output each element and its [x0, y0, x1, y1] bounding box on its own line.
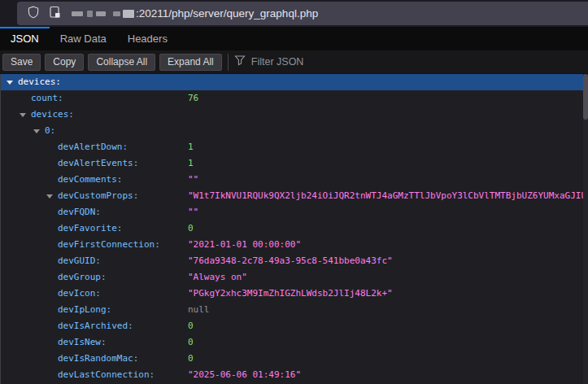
json-value: "W1t7IkNVU1RQUk9QX2ljb24iOiJQR2tnWTJ4aGM…	[188, 188, 588, 204]
json-key: count:	[31, 90, 63, 107]
json-value: 0	[188, 351, 194, 367]
json-value: ""	[188, 204, 198, 220]
tree-row-devisarchived[interactable]: devIsArchived:0	[1, 318, 588, 334]
expander-icon[interactable]	[46, 194, 53, 199]
page-icon[interactable]	[49, 6, 61, 22]
collapse-all-button[interactable]: Collapse All	[88, 54, 155, 71]
tree-row-devices[interactable]: devices:	[1, 74, 588, 90]
tree-row-devices[interactable]: devices:	[1, 107, 588, 123]
tab-headers[interactable]: Headers	[117, 27, 178, 50]
copy-button[interactable]: Copy	[45, 54, 84, 71]
json-key: devComments:	[58, 172, 122, 188]
expander-icon[interactable]	[7, 81, 13, 85]
browser-window: :20211/php/server/query_graphql.php JSON…	[0, 0, 588, 384]
tree-row-count[interactable]: count:76	[1, 90, 588, 107]
json-key: devAlertEvents:	[58, 155, 138, 172]
json-value: 1	[188, 139, 194, 155]
tree-row-devlastconnection[interactable]: devLastConnection:"2025-06-06 01:49:16"	[1, 367, 588, 383]
tree-row-devisrandommac[interactable]: devIsRandomMac:0	[1, 351, 588, 367]
vertical-scrollbar[interactable]	[583, 74, 588, 384]
tree-row-0[interactable]: 0:	[1, 123, 588, 139]
browser-navbar: :20211/php/server/query_graphql.php	[0, 0, 588, 27]
json-key: devIcon:	[58, 286, 101, 302]
json-key: devIpLong:	[58, 302, 111, 318]
json-key: devices:	[18, 74, 61, 90]
tree-row-devicon[interactable]: devIcon:"PGkgY2xhc3M9ImZhIGZhLWdsb2JlIj4…	[1, 286, 588, 302]
tree-row-devcustomprops[interactable]: devCustomProps:"W1t7IkNVU1RQUk9QX2ljb24i…	[1, 188, 588, 204]
json-value: 1	[188, 155, 194, 172]
json-viewer-tabbar: JSON Raw Data Headers	[0, 27, 588, 50]
filter-json-input[interactable]: Filter JSON	[234, 55, 304, 69]
filter-placeholder: Filter JSON	[251, 56, 304, 68]
tree-row-devfirstconnection[interactable]: devFirstConnection:"2021-01-01 00:00:00"	[1, 237, 588, 253]
json-key: 0:	[45, 123, 55, 139]
json-value: "PGkgY2xhc3M9ImZhIGZhLWdsb2JlIj48L2k+"	[188, 286, 393, 302]
json-key: devFirstConnection:	[58, 237, 160, 253]
json-value: 0	[188, 220, 194, 237]
url-text[interactable]: :20211/php/server/query_graphql.php	[136, 7, 318, 20]
tree-row-devisnew[interactable]: devIsNew:0	[1, 334, 588, 351]
json-value: null	[188, 302, 210, 318]
json-key: devLastConnection:	[58, 367, 155, 383]
json-value: 0	[188, 318, 194, 334]
json-key: devIsArchived:	[58, 318, 133, 334]
redacted-host	[72, 10, 134, 18]
tree-row-devguid[interactable]: devGUID:"76da9348-2c78-49a3-95c8-541bbe0…	[1, 253, 588, 269]
json-value: "2025-06-06 01:49:16"	[188, 367, 301, 383]
json-key: devFavorite:	[58, 220, 122, 237]
json-key: devIsNew:	[58, 334, 107, 351]
json-key: devGroup:	[58, 269, 107, 286]
json-key: devCustomProps:	[58, 188, 138, 204]
tree-row-devcomments[interactable]: devComments:""	[1, 172, 588, 188]
json-value: "Always on"	[188, 269, 247, 286]
tree-row-deviplong[interactable]: devIpLong:null	[1, 302, 588, 318]
json-value: 0	[188, 334, 194, 351]
json-value: ""	[188, 172, 198, 188]
url-bar[interactable]: :20211/php/server/query_graphql.php	[17, 2, 588, 25]
json-key: devIsRandomMac:	[58, 351, 138, 367]
tab-json[interactable]: JSON	[0, 27, 50, 50]
json-value: "2021-01-01 00:00:00"	[188, 237, 301, 253]
tree-row-devgroup[interactable]: devGroup:"Always on"	[1, 269, 588, 286]
json-key: devices:	[31, 107, 74, 123]
expand-all-button[interactable]: Expand All	[159, 54, 222, 71]
json-toolbar: Save Copy Collapse All Expand All Filter…	[0, 50, 588, 74]
json-key: devAlertDown:	[58, 139, 128, 155]
expander-icon[interactable]	[33, 129, 40, 133]
tab-raw-data[interactable]: Raw Data	[50, 27, 117, 50]
json-value: "76da9348-2c78-49a3-95c8-541bbe0a43fc"	[188, 253, 393, 269]
filter-funnel-icon	[234, 55, 246, 69]
json-value: 76	[188, 90, 198, 107]
json-key: devFQDN:	[58, 204, 101, 220]
json-tree: devices:count:76devices:0:devAlertDown:1…	[0, 74, 588, 384]
tree-row-devfqdn[interactable]: devFQDN:""	[1, 204, 588, 220]
tree-row-devalertdown[interactable]: devAlertDown:1	[1, 139, 588, 155]
save-button[interactable]: Save	[2, 54, 41, 71]
toolbar-separator	[228, 54, 229, 71]
tree-row-devalertevents[interactable]: devAlertEvents:1	[1, 155, 588, 172]
shield-icon[interactable]	[27, 6, 40, 22]
scrollbar-thumb[interactable]	[583, 74, 588, 120]
json-key: devGUID:	[58, 253, 101, 269]
expander-icon[interactable]	[20, 113, 26, 117]
tree-row-devfavorite[interactable]: devFavorite:0	[1, 220, 588, 237]
